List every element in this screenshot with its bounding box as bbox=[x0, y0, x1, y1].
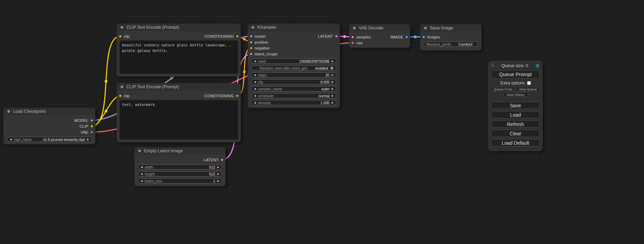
refresh-button[interactable]: Refresh bbox=[491, 120, 540, 128]
output-dot-image-icon[interactable] bbox=[405, 36, 408, 38]
extra-options-checkbox[interactable] bbox=[527, 81, 531, 85]
increment-arrow-icon[interactable]: ▶ bbox=[332, 60, 334, 63]
output-dot-conditioning-icon[interactable] bbox=[236, 35, 239, 38]
increment-arrow-icon[interactable]: ▶ bbox=[87, 138, 89, 141]
queue-front-button[interactable]: Queue Front bbox=[491, 87, 515, 91]
collapse-dot-icon[interactable] bbox=[7, 110, 10, 113]
collapse-dot-icon[interactable] bbox=[251, 26, 255, 29]
widget-sampler-name[interactable]: ◀ sampler_name euler ▶ bbox=[251, 86, 336, 91]
input-dot-latent-image-icon[interactable] bbox=[250, 53, 253, 55]
drag-handle[interactable]: ⠿ bbox=[491, 63, 494, 68]
output-slot-conditioning[interactable]: CONDITIONING bbox=[204, 94, 239, 98]
input-slot-samples[interactable]: samples bbox=[351, 35, 371, 39]
node-header[interactable]: Save Image bbox=[420, 24, 482, 32]
decrement-arrow-icon[interactable]: ◀ bbox=[254, 88, 256, 90]
input-dot-vae-icon[interactable] bbox=[351, 42, 354, 44]
input-dot-samples-icon[interactable] bbox=[351, 36, 354, 38]
increment-arrow-icon[interactable]: ▶ bbox=[332, 101, 334, 104]
node-save-image[interactable]: Save Image images filename_prefix ComfyU… bbox=[420, 24, 482, 51]
node-header[interactable]: Empty Latent Image bbox=[134, 147, 226, 155]
toggle-knob-icon[interactable] bbox=[330, 66, 334, 70]
increment-arrow-icon[interactable]: ▶ bbox=[332, 94, 334, 97]
increment-arrow-icon[interactable]: ▶ bbox=[332, 81, 334, 83]
input-slot-latent-image[interactable]: latent_image bbox=[250, 52, 277, 56]
node-header[interactable]: CLIP Text Encode (Prompt) bbox=[117, 83, 241, 91]
input-dot-images-icon[interactable] bbox=[422, 36, 425, 38]
widget-batch-size[interactable]: ◀ batch_size 1 ▶ bbox=[138, 178, 222, 183]
prompt-text-input[interactable]: beautiful scenery nature glass bottle la… bbox=[120, 40, 238, 74]
output-dot-model-icon[interactable] bbox=[90, 119, 93, 122]
output-slot-model[interactable]: MODEL bbox=[74, 118, 93, 123]
decrement-arrow-icon[interactable]: ◀ bbox=[254, 101, 256, 104]
widget-ckpt-name[interactable]: ◀ ckpt_name v1-5-pruned-emaonly.ckpt ▶ bbox=[7, 137, 92, 142]
collapse-dot-icon[interactable] bbox=[353, 26, 356, 30]
node-vae-decode[interactable]: VAE Decode samples IMAGE vae bbox=[349, 24, 410, 48]
output-dot-conditioning-icon[interactable] bbox=[236, 94, 239, 97]
node-clip-text-encode-positive[interactable]: CLIP Text Encode (Prompt) clip CONDITION… bbox=[117, 24, 241, 76]
view-queue-button[interactable]: View Queue bbox=[516, 87, 540, 91]
decrement-arrow-icon[interactable]: ◀ bbox=[254, 94, 256, 97]
output-slot-latent[interactable]: LATENT bbox=[204, 158, 223, 162]
save-button[interactable]: Save bbox=[491, 102, 540, 109]
widget-cfg[interactable]: ◀ cfg 8.000 ▶ bbox=[251, 79, 336, 84]
increment-arrow-icon[interactable]: ▶ bbox=[217, 180, 219, 182]
decrement-arrow-icon[interactable]: ◀ bbox=[254, 60, 256, 63]
node-empty-latent-image[interactable]: Empty Latent Image LATENT ◀ width 512 ▶ … bbox=[134, 147, 226, 186]
settings-gear-icon[interactable]: ⚙ bbox=[535, 63, 540, 69]
output-dot-vae-icon[interactable] bbox=[90, 131, 93, 134]
widget-filename-prefix[interactable]: filename_prefix ComfyUI bbox=[424, 42, 478, 47]
input-slot-model[interactable]: model bbox=[250, 34, 265, 38]
increment-arrow-icon[interactable]: ▶ bbox=[217, 166, 219, 169]
node-ksampler[interactable]: KSampler model LATENT positive negative bbox=[248, 24, 340, 108]
load-default-button[interactable]: Load Default bbox=[491, 139, 540, 146]
input-slot-positive[interactable]: positive bbox=[250, 40, 268, 44]
output-slot-vae[interactable]: VAE bbox=[81, 130, 93, 134]
input-dot-clip-icon[interactable] bbox=[119, 35, 122, 38]
increment-arrow-icon[interactable]: ▶ bbox=[217, 173, 219, 175]
collapse-dot-icon[interactable] bbox=[138, 149, 141, 153]
input-dot-negative-icon[interactable] bbox=[250, 47, 253, 49]
widget-random-seed-toggle[interactable]: Random seed after every gen enabled bbox=[251, 65, 336, 71]
input-slot-negative[interactable]: negative bbox=[250, 46, 270, 50]
decrement-arrow-icon[interactable]: ◀ bbox=[254, 81, 256, 83]
input-dot-positive-icon[interactable] bbox=[250, 41, 253, 44]
input-slot-clip[interactable]: clip bbox=[119, 94, 130, 98]
input-dot-clip-icon[interactable] bbox=[119, 94, 122, 97]
input-slot-clip[interactable]: clip bbox=[119, 34, 130, 38]
output-dot-latent-icon[interactable] bbox=[221, 159, 223, 161]
input-dot-model-icon[interactable] bbox=[250, 35, 253, 38]
widget-scheduler[interactable]: ◀ scheduler normal ▶ bbox=[251, 93, 336, 98]
node-header[interactable]: VAE Decode bbox=[349, 24, 410, 32]
node-header[interactable]: Load Checkpoint bbox=[3, 108, 95, 115]
node-header[interactable]: KSampler bbox=[248, 24, 340, 31]
prompt-text-input[interactable]: text, watermark bbox=[120, 100, 238, 139]
widget-denoise[interactable]: ◀ denoise 1.000 ▶ bbox=[251, 100, 336, 105]
input-slot-images[interactable]: images bbox=[422, 35, 440, 39]
decrement-arrow-icon[interactable]: ◀ bbox=[141, 173, 143, 175]
output-dot-clip-icon[interactable] bbox=[90, 125, 93, 128]
clear-button[interactable]: Clear bbox=[491, 130, 540, 137]
output-slot-clip[interactable]: CLIP bbox=[79, 124, 93, 128]
input-slot-vae[interactable]: vae bbox=[351, 41, 363, 45]
widget-width[interactable]: ◀ width 512 ▶ bbox=[138, 164, 222, 170]
increment-arrow-icon[interactable]: ▶ bbox=[332, 88, 334, 90]
widget-height[interactable]: ◀ height 512 ▶ bbox=[138, 171, 222, 177]
output-slot-conditioning[interactable]: CONDITIONING bbox=[204, 34, 239, 38]
output-slot-latent[interactable]: LATENT bbox=[318, 34, 338, 38]
queue-prompt-button[interactable]: Queue Prompt bbox=[491, 70, 540, 79]
increment-arrow-icon[interactable]: ▶ bbox=[332, 74, 334, 76]
node-load-checkpoint[interactable]: Load Checkpoint MODEL CLIP VAE ◀ ckpt_na… bbox=[3, 108, 95, 144]
output-slot-image[interactable]: IMAGE bbox=[390, 35, 408, 39]
decrement-arrow-icon[interactable]: ◀ bbox=[141, 180, 143, 182]
load-button[interactable]: Load bbox=[491, 111, 540, 118]
collapse-dot-icon[interactable] bbox=[120, 85, 124, 89]
node-clip-text-encode-negative[interactable]: CLIP Text Encode (Prompt) clip CONDITION… bbox=[117, 83, 241, 142]
widget-seed[interactable]: ◀ seed 156680208700286 ▶ bbox=[251, 58, 336, 64]
collapse-dot-icon[interactable] bbox=[120, 26, 124, 29]
decrement-arrow-icon[interactable]: ◀ bbox=[10, 138, 12, 141]
view-history-button[interactable]: View History bbox=[503, 92, 528, 97]
decrement-arrow-icon[interactable]: ◀ bbox=[141, 166, 143, 169]
output-dot-latent-icon[interactable] bbox=[335, 35, 338, 38]
node-header[interactable]: CLIP Text Encode (Prompt) bbox=[117, 24, 241, 31]
decrement-arrow-icon[interactable]: ◀ bbox=[254, 74, 256, 76]
